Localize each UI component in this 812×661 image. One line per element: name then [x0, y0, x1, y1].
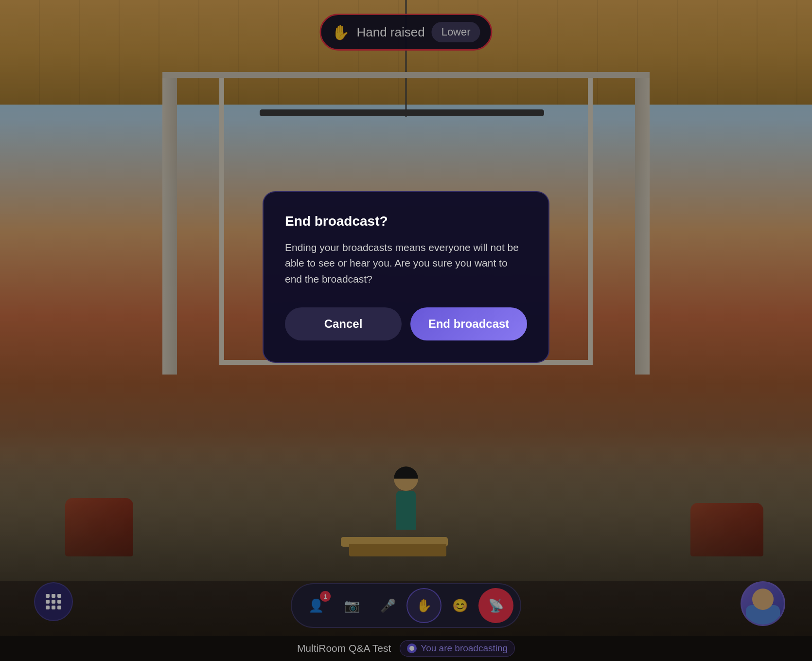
- end-broadcast-modal: End broadcast? Ending your broadcasts me…: [263, 191, 549, 363]
- modal-body-text: Ending your broadcasts means everyone wi…: [285, 240, 527, 287]
- modal-overlay: End broadcast? Ending your broadcasts me…: [0, 0, 812, 661]
- end-broadcast-button[interactable]: End broadcast: [410, 307, 527, 340]
- modal-actions: Cancel End broadcast: [285, 307, 527, 340]
- modal-title: End broadcast?: [285, 214, 527, 229]
- cancel-button[interactable]: Cancel: [285, 307, 402, 340]
